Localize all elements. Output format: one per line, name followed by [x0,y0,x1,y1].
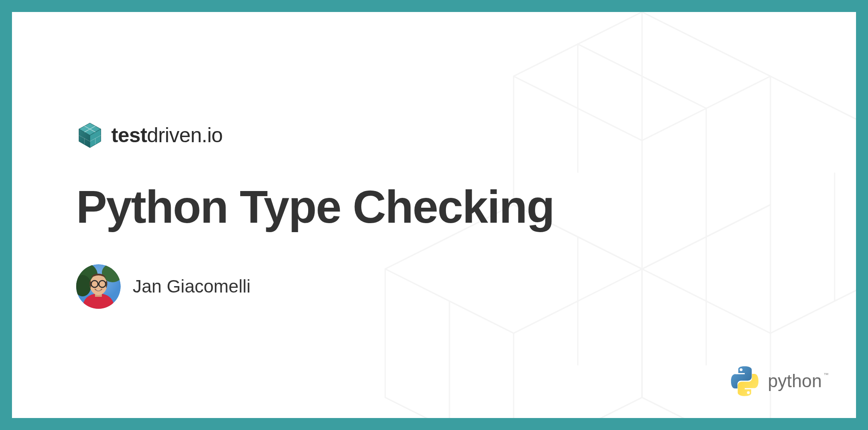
brand-section: testdriven.io [76,122,856,149]
author-avatar [76,264,121,309]
python-trademark: ™ [823,372,829,378]
python-label: python ™ [768,371,822,391]
page-title: Python Type Checking [76,180,856,233]
svg-point-10 [747,391,750,394]
brand-name: testdriven.io [111,123,223,147]
python-icon [729,366,760,397]
python-name: python [768,371,822,391]
python-logo-section: python ™ [729,366,822,397]
author-section: Jan Giacomelli [76,264,856,309]
social-card: testdriven.io Python Type Checking [12,12,856,418]
brand-bold: test [111,124,147,146]
svg-point-9 [740,368,743,371]
author-name: Jan Giacomelli [133,276,250,297]
brand-regular: driven.io [147,124,223,146]
testdriven-cube-icon [76,122,104,149]
